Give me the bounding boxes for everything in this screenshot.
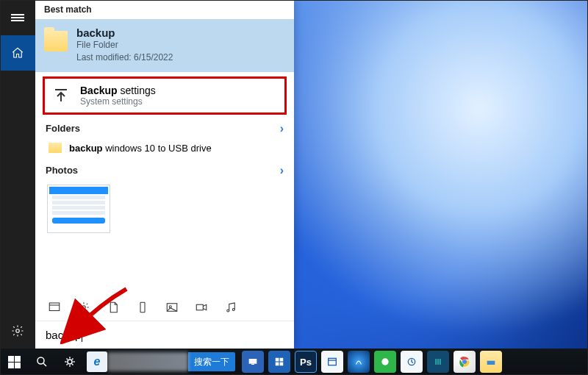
chevron-right-icon: › [280,122,284,135]
taskbar: e 搜索一下 Ps [0,349,588,375]
folder-icon [44,31,68,51]
ie-icon: e [87,351,107,372]
best-match-label: Best match [35,0,294,19]
backup-settings-result[interactable]: Backup settings System settings [43,76,287,115]
task-view-button[interactable] [56,349,84,375]
svg-rect-3 [140,302,145,312]
taskbar-app-5[interactable] [348,351,370,373]
folders-category[interactable]: Folders › [35,118,294,140]
search-content: Best match backup File Folder Last modif… [35,0,294,349]
filter-documents-icon[interactable] [106,300,121,315]
filter-settings-icon[interactable] [76,300,91,315]
svg-point-7 [227,310,229,312]
chevron-right-icon: › [280,164,284,177]
svg-point-8 [232,309,234,311]
svg-rect-15 [276,362,279,366]
search-icon [35,355,49,368]
svg-rect-23 [487,361,495,365]
taskbar-photoshop[interactable]: Ps [295,351,317,373]
photos-label: Photos [46,165,78,176]
search-query-text: backup [46,329,81,341]
home-icon [11,46,24,60]
home-button[interactable] [0,35,35,71]
taskbar-app-4[interactable] [321,351,343,373]
ie-address-group[interactable]: e 搜索一下 [87,351,235,372]
svg-rect-16 [280,362,284,366]
svg-rect-1 [49,303,60,311]
backup-settings-title: Backup settings [80,85,156,96]
best-match-result[interactable]: backup File Folder Last modified: 6/15/2… [35,19,294,72]
svg-rect-13 [276,358,279,362]
taskbar-app-2[interactable] [268,351,290,373]
search-panel: Best match backup File Folder Last modif… [0,0,294,349]
filter-photos-icon[interactable] [165,300,179,315]
hamburger-button[interactable] [0,0,35,35]
photo-thumbnail[interactable] [47,185,110,233]
settings-button[interactable] [0,313,35,349]
taskbar-app-7[interactable] [401,351,423,373]
taskbar-file-explorer[interactable] [480,351,502,373]
text-caret [82,329,82,342]
filter-music-icon[interactable] [223,300,238,315]
filter-row [35,294,294,321]
backup-arrow-icon [51,85,71,106]
hamburger-icon [11,12,24,23]
windows-logo-icon [8,356,21,368]
filter-phone-icon[interactable] [135,300,150,315]
svg-point-22 [463,360,467,364]
photos-category[interactable]: Photos › [35,160,294,182]
filter-web-icon[interactable] [47,300,62,315]
folder-result-text: backup windows 10 to USB drive [69,143,212,154]
filter-video-icon[interactable] [194,300,209,315]
best-match-title: backup [76,26,173,39]
taskbar-chrome[interactable] [453,351,476,373]
svg-point-9 [37,357,44,364]
search-input[interactable]: backup [35,321,294,349]
svg-rect-6 [196,304,203,310]
folder-icon [49,143,62,153]
taskbar-search-button[interactable] [28,349,56,375]
svg-rect-14 [280,358,284,362]
svg-point-0 [16,329,20,333]
taskbar-app-1[interactable] [242,351,264,373]
folder-result[interactable]: backup windows 10 to USB drive [35,140,294,160]
svg-rect-12 [251,364,254,365]
best-match-modified: Last modified: 6/15/2022 [76,51,173,64]
svg-rect-17 [329,358,337,365]
best-match-type: File Folder [76,39,173,51]
ie-address-blurred [107,352,188,371]
taskbar-app-8[interactable] [427,351,449,373]
task-view-icon [63,355,76,368]
start-button[interactable] [0,349,28,375]
svg-rect-11 [249,359,257,364]
ie-search-button[interactable]: 搜索一下 [188,352,235,371]
search-rail [0,0,35,349]
gear-icon [11,324,24,338]
backup-settings-sub: System settings [80,96,156,107]
svg-point-2 [82,306,86,310]
svg-point-10 [68,360,72,364]
folders-label: Folders [46,123,80,134]
svg-point-18 [381,358,388,365]
taskbar-app-6[interactable] [374,351,396,373]
